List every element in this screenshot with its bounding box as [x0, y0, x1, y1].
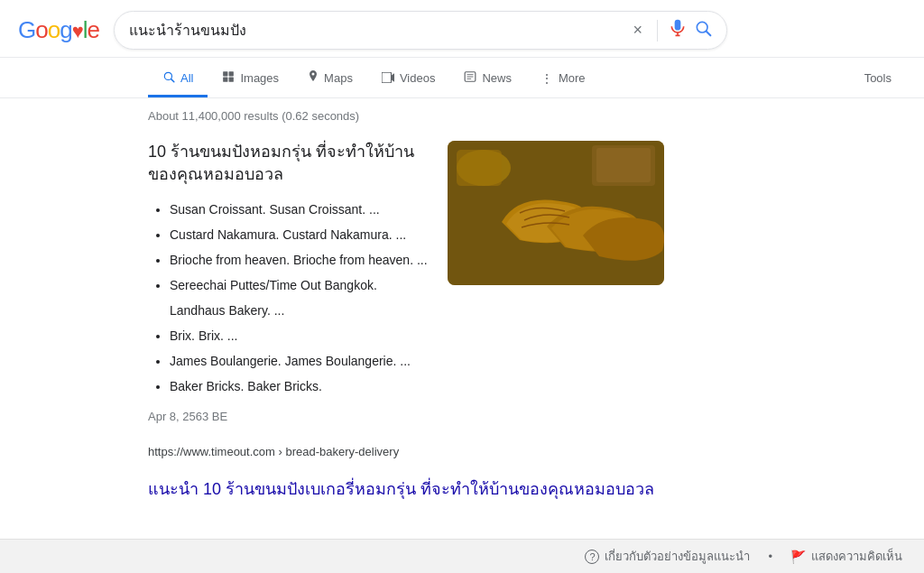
result-date-1: Apr 8, 2563 BE [148, 410, 430, 423]
search-nav: All Images Maps Videos News ⋮ More Tools [0, 58, 924, 98]
nav-item-videos[interactable]: Videos [367, 62, 450, 97]
svg-line-3 [171, 79, 174, 82]
logo-o2: o [48, 16, 60, 43]
search-input[interactable] [129, 23, 622, 39]
nav-item-images[interactable]: Images [208, 61, 293, 97]
list-item: Brix. Brix. ... [170, 323, 430, 348]
result-url-2: https://www.timeout.com › bread-bakery-d… [148, 445, 399, 458]
result-block-1: 10 ร้านขนมปังหอมกรุ่น ที่จะทำให้บ้านของค… [148, 141, 664, 423]
nav-more-label: More [559, 71, 586, 85]
nav-item-all[interactable]: All [148, 61, 208, 97]
search-submit-icon[interactable] [694, 19, 712, 42]
nav-news-label: News [482, 71, 512, 85]
result-list-1: Susan Croissant. Susan Croissant. ... Cu… [148, 197, 430, 399]
tools-button[interactable]: Tools [850, 62, 906, 97]
results-area: About 11,400,000 results (0.62 seconds) … [0, 98, 812, 534]
svg-rect-6 [224, 78, 228, 82]
nav-maps-label: Maps [324, 71, 353, 85]
result-content-1: 10 ร้านขนมปังหอมกรุ่น ที่จะทำให้บ้านของค… [148, 141, 430, 423]
videos-icon [382, 71, 394, 86]
result-image-1 [448, 141, 664, 285]
news-icon [464, 70, 476, 86]
list-item: Susan Croissant. Susan Croissant. ... [170, 197, 430, 222]
clear-button[interactable]: × [629, 19, 646, 42]
nav-item-maps[interactable]: Maps [293, 61, 367, 97]
images-icon [222, 70, 235, 86]
search-bar: × [114, 11, 727, 50]
list-item: Baker Bricks. Baker Bricks. [170, 374, 430, 399]
svg-rect-8 [382, 72, 392, 83]
logo-g: G [18, 16, 35, 43]
nav-item-more[interactable]: ⋮ More [526, 62, 600, 97]
search-icon [162, 70, 175, 86]
result-link-2[interactable]: แนะนำ 10 ร้านขนมปังเบเกอรี่หอมกรุ่น ที่จ… [148, 478, 654, 501]
logo-o1: o [35, 16, 47, 43]
svg-rect-7 [229, 78, 234, 82]
google-logo[interactable]: Goog♥le [18, 16, 99, 44]
list-item: Brioche from heaven. Brioche from heaven… [170, 247, 430, 273]
svg-rect-20 [448, 141, 664, 285]
results-count: About 11,400,000 results (0.62 seconds) [148, 109, 664, 123]
nav-images-label: Images [240, 71, 279, 85]
divider [657, 20, 658, 42]
header: Goog♥le × [0, 0, 924, 58]
logo-e: e [87, 16, 98, 43]
result-title-1: 10 ร้านขนมปังหอมกรุ่น ที่จะทำให้บ้านของค… [148, 141, 430, 186]
more-dots-icon: ⋮ [541, 71, 553, 86]
logo-heart-icon: ♥ [72, 20, 83, 42]
svg-rect-4 [224, 71, 228, 76]
nav-videos-label: Videos [400, 71, 436, 85]
list-item: James Boulangerie. James Boulangerie. ..… [170, 348, 430, 374]
svg-line-1 [707, 32, 711, 36]
nav-item-news[interactable]: News [449, 61, 526, 97]
svg-rect-5 [229, 71, 234, 76]
list-item: Custard Nakamura. Custard Nakamura. ... [170, 222, 430, 247]
maps-icon [308, 70, 319, 86]
list-item: Sereechai Puttes/Time Out Bangkok. Landh… [170, 273, 430, 323]
microphone-icon[interactable] [669, 19, 687, 42]
nav-all-label: All [180, 71, 193, 85]
logo-g2: g [60, 16, 71, 43]
result-block-2: https://www.timeout.com › bread-bakery-d… [148, 438, 664, 501]
